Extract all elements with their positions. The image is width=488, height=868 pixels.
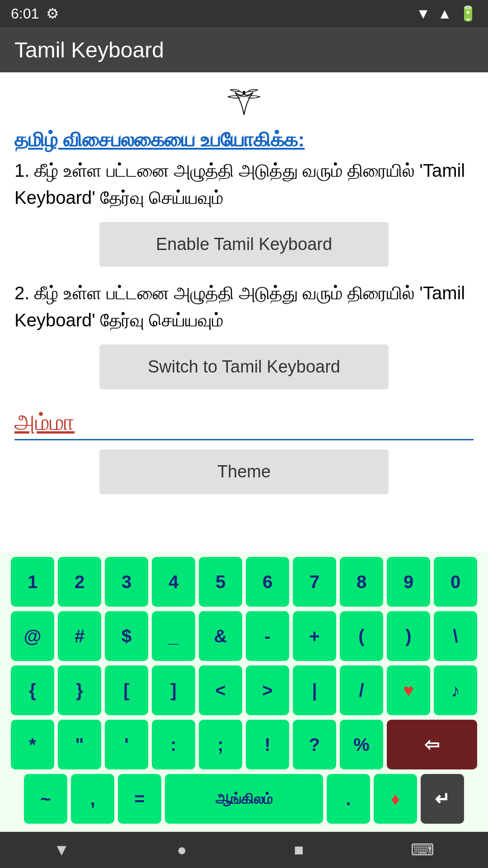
signal-icon: ▲ (437, 5, 452, 22)
wifi-icon: ▼ (416, 5, 431, 22)
key-hash[interactable]: # (58, 611, 101, 661)
nav-home-icon[interactable]: ● (177, 840, 187, 859)
key-plus[interactable]: + (293, 611, 336, 661)
key-ampersand[interactable]: & (199, 611, 242, 661)
key-6[interactable]: 6 (246, 557, 289, 607)
key-lbracket[interactable]: [ (105, 665, 148, 715)
keyboard-row-bottom: ~ , = ஆங்கிலம் . ♦ ↵ (4, 774, 484, 824)
key-note[interactable]: ♪ (434, 665, 477, 715)
nav-back-icon[interactable]: ▼ (54, 840, 70, 859)
key-rcurly[interactable]: } (58, 665, 101, 715)
key-quote[interactable]: " (58, 720, 101, 769)
key-comma[interactable]: , (71, 774, 114, 824)
key-lt[interactable]: < (199, 665, 242, 715)
space-key[interactable]: ஆங்கிலம் (165, 774, 323, 824)
key-0[interactable]: 0 (434, 557, 477, 607)
key-pipe[interactable]: | (293, 665, 336, 715)
key-4[interactable]: 4 (152, 557, 195, 607)
status-bar: 6:01 ⚙ ▼ ▲ 🔋 (0, 0, 488, 27)
key-rbracket[interactable]: ] (152, 665, 195, 715)
enter-key[interactable]: ↵ (421, 774, 464, 824)
switch-tamil-keyboard-button[interactable]: Switch to Tamil Keyboard (99, 344, 389, 389)
nav-keyboard-icon[interactable]: ⌨ (411, 840, 434, 859)
key-7[interactable]: 7 (293, 557, 336, 607)
theme-button[interactable]: Theme (99, 449, 389, 494)
key-heart[interactable]: ♥ (387, 665, 430, 715)
key-8[interactable]: 8 (340, 557, 383, 607)
key-minus[interactable]: - (246, 611, 289, 661)
step2-instruction: 2. கீழ் உள்ள பட்டனை அழுத்தி அடுத்து வரும… (14, 279, 474, 334)
tamil-text-input[interactable] (14, 406, 474, 440)
enable-tamil-keyboard-button[interactable]: Enable Tamil Keyboard (99, 222, 389, 267)
dragonfly-logo (221, 83, 267, 119)
key-question[interactable]: ? (293, 720, 336, 769)
key-underscore[interactable]: _ (152, 611, 195, 661)
settings-icon: ⚙ (46, 5, 59, 22)
key-3[interactable]: 3 (105, 557, 148, 607)
key-asterisk[interactable]: * (11, 720, 54, 769)
logo-area (14, 83, 474, 119)
app-bar-title: Tamil Keyboard (14, 38, 164, 62)
battery-icon: 🔋 (459, 5, 477, 22)
key-equals[interactable]: = (118, 774, 161, 824)
key-9[interactable]: 9 (387, 557, 430, 607)
key-dollar[interactable]: $ (105, 611, 148, 661)
key-apostrophe[interactable]: ' (105, 720, 148, 769)
nav-bar: ▼ ● ■ ⌨ (0, 832, 488, 868)
keyboard-row-brackets: { } [ ] < > | / ♥ ♪ (4, 665, 484, 715)
backspace-key[interactable]: ⇦ (387, 720, 477, 769)
svg-point-0 (243, 91, 245, 94)
key-rparen[interactable]: ) (387, 611, 430, 661)
status-time: 6:01 (11, 5, 39, 22)
key-diamond[interactable]: ♦ (374, 774, 417, 824)
key-colon[interactable]: : (152, 720, 195, 769)
key-period[interactable]: . (327, 774, 370, 824)
step1-instruction: 1. கீழ் உள்ள பட்டனை அழுத்தி அடுத்து வரும… (14, 157, 474, 211)
status-left: 6:01 ⚙ (11, 5, 59, 22)
key-backslash[interactable]: \ (434, 611, 477, 661)
key-semicolon[interactable]: ; (199, 720, 242, 769)
key-2[interactable]: 2 (58, 557, 101, 607)
keyboard-row-symbols1: @ # $ _ & - + ( ) \ (4, 611, 484, 661)
app-bar: Tamil Keyboard (0, 27, 488, 72)
key-at[interactable]: @ (11, 611, 54, 661)
key-tilde[interactable]: ~ (24, 774, 67, 824)
main-content: தமிழ் விசைபலகையை உபயோகிக்க: 1. கீழ் உள்ள… (0, 72, 488, 552)
status-right: ▼ ▲ 🔋 (416, 5, 477, 22)
keyboard: 1 2 3 4 5 6 7 8 9 0 @ # $ _ & - + ( ) \ … (0, 552, 488, 832)
key-gt[interactable]: > (246, 665, 289, 715)
key-lcurly[interactable]: { (11, 665, 54, 715)
key-lparen[interactable]: ( (340, 611, 383, 661)
tamil-heading: தமிழ் விசைபலகையை உபயோகிக்க: (14, 128, 305, 151)
key-5[interactable]: 5 (199, 557, 242, 607)
keyboard-row-symbols2: * " ' : ; ! ? % ⇦ (4, 720, 484, 769)
key-exclaim[interactable]: ! (246, 720, 289, 769)
keyboard-row-numbers: 1 2 3 4 5 6 7 8 9 0 (4, 557, 484, 607)
key-percent[interactable]: % (340, 720, 383, 769)
nav-recent-icon[interactable]: ■ (294, 840, 304, 859)
key-slash[interactable]: / (340, 665, 383, 715)
key-1[interactable]: 1 (11, 557, 54, 607)
